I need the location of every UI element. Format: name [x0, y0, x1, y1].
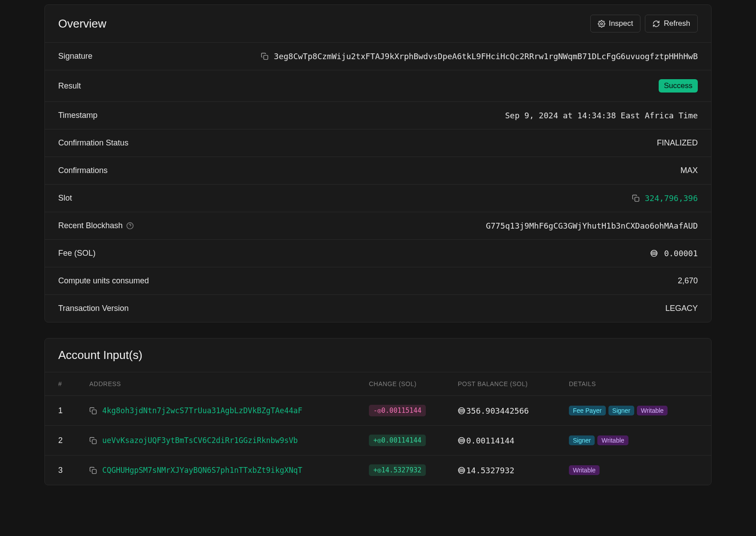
- copy-icon[interactable]: [89, 407, 97, 415]
- signature-text: 3eg8CwTp8CzmWiju2txFTAJ9kXrphBwdvsDpeA6t…: [274, 52, 698, 61]
- value-slot: 324,796,396: [632, 193, 698, 203]
- value-timestamp: Sep 9, 2024 at 14:34:38 East Africa Time: [505, 111, 698, 120]
- table-row: 3CQGHUHgpSM7sNMrXJYayBQN6S7ph1nTTxbZt9ik…: [45, 455, 711, 485]
- header-buttons: Inspect Refresh: [590, 15, 698, 32]
- row-idx: 2: [58, 436, 89, 445]
- row-compute-units: Compute units consumed 2,670: [45, 267, 711, 295]
- row-address: ueVvKsazojUQF3ytBmTsCV6C2diRr1GGziRknbw9…: [89, 436, 369, 445]
- row-address: 4kg8oh3jdNtn7j2wcS7TrUua31AgbLzDVkBZgTAe…: [89, 406, 369, 415]
- copy-icon[interactable]: [89, 437, 97, 444]
- row-address: CQGHUHgpSM7sNMrXJYayBQN6S7ph1nTTxbZt9ikg…: [89, 466, 369, 475]
- inspect-button[interactable]: Inspect: [590, 15, 641, 32]
- sol-icon: [458, 437, 465, 444]
- label-timestamp: Timestamp: [58, 111, 97, 120]
- overview-title: Overview: [58, 17, 106, 31]
- svg-rect-19: [92, 469, 96, 473]
- accounts-card: Account Input(s) # ADDRESS CHANGE (SOL) …: [44, 338, 712, 485]
- value-tx-version: LEGACY: [665, 304, 698, 313]
- value-fee: 0.00001: [650, 249, 698, 258]
- col-post: POST BALANCE (SOL): [458, 380, 569, 387]
- inspect-label: Inspect: [609, 19, 633, 28]
- accounts-title: Account Input(s): [58, 348, 142, 362]
- row-change: +◎0.00114144: [369, 435, 458, 446]
- value-confirmations: MAX: [680, 166, 698, 175]
- address-link[interactable]: 4kg8oh3jdNtn7j2wcS7TrUua31AgbLzDVkBZgTAe…: [102, 406, 302, 415]
- row-post-balance: 14.5327932: [458, 466, 569, 475]
- svg-point-0: [600, 23, 602, 24]
- label-tx-version: Transaction Version: [58, 304, 128, 313]
- status-badge: Success: [659, 79, 698, 93]
- svg-rect-2: [635, 197, 639, 201]
- address-link[interactable]: ueVvKsazojUQF3ytBmTsCV6C2diRr1GGziRknbw9…: [102, 436, 298, 445]
- row-fee: Fee (SOL) 0.00001: [45, 240, 711, 267]
- sol-icon: [458, 407, 465, 415]
- row-slot: Slot 324,796,396: [45, 185, 711, 212]
- slot-link[interactable]: 324,796,396: [645, 193, 698, 203]
- tag: Writable: [597, 435, 628, 445]
- blockhash-label-text: Recent Blockhash: [58, 221, 123, 230]
- row-idx: 3: [58, 466, 89, 475]
- row-details: Fee PayerSignerWritable: [569, 406, 698, 415]
- gear-icon: [598, 20, 605, 28]
- help-icon[interactable]: [126, 222, 134, 230]
- tag: Signer: [608, 406, 634, 415]
- overview-header: Overview Inspect Refresh: [45, 5, 711, 43]
- row-idx: 1: [58, 406, 89, 415]
- value-confirmation-status: FINALIZED: [657, 138, 698, 148]
- label-confirmations: Confirmations: [58, 166, 108, 175]
- col-change: CHANGE (SOL): [369, 380, 458, 387]
- label-result: Result: [58, 81, 81, 91]
- label-compute-units: Compute units consumed: [58, 276, 149, 286]
- svg-rect-1: [264, 55, 268, 59]
- fee-text: 0.00001: [664, 249, 698, 258]
- row-post-balance: 0.00114144: [458, 436, 569, 445]
- overview-card: Overview Inspect Refresh Signature 3eg8C…: [44, 4, 712, 322]
- row-signature: Signature 3eg8CwTp8CzmWiju2txFTAJ9kXrphB…: [45, 43, 711, 70]
- accounts-table-header: # ADDRESS CHANGE (SOL) POST BALANCE (SOL…: [45, 372, 711, 396]
- tag: Fee Payer: [569, 406, 606, 415]
- label-fee: Fee (SOL): [58, 249, 96, 258]
- row-timestamp: Timestamp Sep 9, 2024 at 14:34:38 East A…: [45, 102, 711, 129]
- value-recent-blockhash: G775q13j9MhF6gCG3GWjYhutH1b3nCXDao6ohMAa…: [486, 221, 698, 230]
- tag: Writable: [569, 465, 600, 475]
- row-change: +◎14.5327932: [369, 464, 458, 476]
- row-details: SignerWritable: [569, 435, 698, 445]
- change-badge: +◎0.00114144: [369, 435, 426, 446]
- label-signature: Signature: [58, 52, 92, 61]
- refresh-label: Refresh: [664, 19, 690, 28]
- col-details: DETAILS: [569, 380, 698, 387]
- change-badge: -◎0.00115144: [369, 405, 426, 416]
- col-idx: #: [58, 380, 89, 387]
- sol-icon: [458, 467, 465, 474]
- row-confirmation-status: Confirmation Status FINALIZED: [45, 129, 711, 157]
- svg-rect-9: [92, 410, 96, 414]
- row-details: Writable: [569, 465, 698, 475]
- label-slot: Slot: [58, 193, 72, 203]
- accounts-header: Account Input(s): [45, 339, 711, 372]
- accounts-body: 14kg8oh3jdNtn7j2wcS7TrUua31AgbLzDVkBZgTA…: [45, 396, 711, 485]
- refresh-icon: [652, 20, 660, 28]
- label-recent-blockhash: Recent Blockhash: [58, 221, 134, 230]
- tag: Writable: [637, 406, 668, 415]
- row-result: Result Success: [45, 70, 711, 102]
- tag: Signer: [569, 435, 595, 445]
- copy-icon[interactable]: [89, 467, 97, 474]
- row-post-balance: 356.903442566: [458, 406, 569, 415]
- table-row: 2ueVvKsazojUQF3ytBmTsCV6C2diRr1GGziRknbw…: [45, 426, 711, 455]
- svg-rect-14: [92, 439, 96, 443]
- sol-icon: [650, 250, 658, 257]
- value-result: Success: [659, 79, 698, 93]
- col-address: ADDRESS: [89, 380, 369, 387]
- table-row: 14kg8oh3jdNtn7j2wcS7TrUua31AgbLzDVkBZgTA…: [45, 396, 711, 426]
- refresh-button[interactable]: Refresh: [645, 15, 698, 32]
- value-signature: 3eg8CwTp8CzmWiju2txFTAJ9kXrphBwdvsDpeA6t…: [261, 52, 698, 61]
- value-compute-units: 2,670: [678, 276, 698, 286]
- copy-icon[interactable]: [261, 52, 268, 60]
- row-recent-blockhash: Recent Blockhash G775q13j9MhF6gCG3GWjYhu…: [45, 212, 711, 240]
- row-tx-version: Transaction Version LEGACY: [45, 295, 711, 322]
- label-confirmation-status: Confirmation Status: [58, 138, 128, 148]
- row-change: -◎0.00115144: [369, 405, 458, 416]
- change-badge: +◎14.5327932: [369, 464, 426, 476]
- address-link[interactable]: CQGHUHgpSM7sNMrXJYayBQN6S7ph1nTTxbZt9ikg…: [102, 466, 302, 475]
- copy-icon[interactable]: [632, 194, 640, 202]
